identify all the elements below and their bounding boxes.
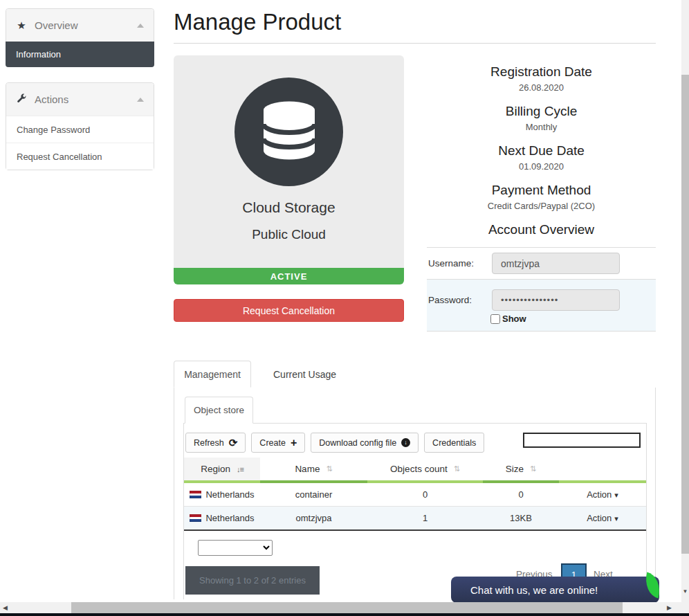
name-cell: omtzjvpa (260, 507, 367, 529)
product-card: Cloud Storage Public Cloud (174, 55, 404, 268)
username-input[interactable] (492, 253, 620, 274)
netherlands-flag-icon (190, 491, 201, 498)
collapse-caret-icon (137, 98, 144, 102)
sort-active-icon: ↓≡ (237, 465, 244, 473)
account-overview-title: Account Overview (427, 222, 656, 237)
column-label: Objects count (390, 464, 448, 474)
region-cell: Netherlands (184, 507, 260, 529)
product-details: Registration Date 26.08.2020 Billing Cyc… (427, 61, 656, 332)
tab-object-store[interactable]: Object store (185, 397, 253, 424)
netherlands-flag-icon (190, 514, 201, 522)
column-header-region[interactable]: Region ↓≡ (184, 458, 260, 483)
chat-leaf-icon (641, 572, 663, 598)
download-config-button[interactable]: Download config file ↓ (311, 433, 419, 453)
chat-message: Chat with us, we are online! (470, 584, 598, 596)
sidebar-item-information[interactable]: Information (6, 42, 154, 67)
table-row: Netherlands container 0 0 Action▾ (184, 483, 646, 507)
wrench-icon (16, 93, 27, 106)
username-row: Username: (427, 248, 656, 280)
tab-current-usage[interactable]: Current Usage (262, 361, 347, 388)
chat-widget[interactable]: Chat with us, we are online! (451, 577, 659, 603)
action-cell: Action▾ (559, 483, 646, 506)
action-label: Action (587, 513, 612, 523)
action-cell: Action▾ (559, 507, 646, 529)
sort-icon: ⇅ (454, 464, 460, 473)
page-title: Manage Product (174, 9, 341, 35)
sidebar-actions-title: Actions (35, 93, 68, 105)
title-divider (174, 43, 656, 44)
tab-management[interactable]: Management (174, 361, 251, 388)
column-label: Size (506, 464, 524, 474)
object-store-toolbar: Refresh ⟳ Create + Download config file … (185, 433, 484, 453)
column-header-objects-count[interactable]: Objects count ⇅ (367, 458, 483, 483)
action-label: Action (587, 489, 612, 500)
column-label: Name (295, 464, 320, 474)
sidebar-panel-overview: ★ Overview Information (6, 8, 154, 67)
size-cell: 0 (483, 483, 559, 506)
scroll-left-arrow-icon[interactable]: ◀ (3, 602, 8, 613)
sort-icon: ⇅ (530, 464, 536, 473)
username-label: Username: (427, 258, 492, 269)
database-icon (262, 101, 316, 163)
column-header-size[interactable]: Size ⇅ (483, 458, 559, 483)
tabs-bar: Management Current Usage (174, 361, 656, 388)
account-overview-table: Username: Password: Show (427, 247, 656, 332)
sidebar-panel-actions: Actions Change Password Request Cancella… (6, 82, 154, 170)
manage-product-page: ★ Overview Information Actions Change Pa… (0, 0, 689, 616)
horizontal-scrollbar-thumb[interactable] (71, 602, 623, 613)
entries-summary: Showing 1 to 2 of 2 entries (185, 566, 320, 595)
download-circle-icon: ↓ (401, 438, 410, 447)
action-dropdown[interactable]: Action▾ (587, 489, 618, 500)
refresh-button[interactable]: Refresh ⟳ (185, 433, 246, 453)
registration-date-label: Registration Date (427, 64, 656, 80)
page-length-select[interactable] (198, 540, 273, 556)
sidebar-item-label: Request Cancellation (17, 152, 102, 162)
vertical-scrollbar[interactable]: ▼ (681, 0, 689, 613)
next-due-date-label: Next Due Date (427, 143, 656, 158)
show-password-checkbox[interactable] (490, 314, 500, 324)
download-config-label: Download config file (319, 438, 396, 448)
product-name: Cloud Storage (174, 199, 404, 216)
create-button-label: Create (259, 438, 286, 448)
scroll-right-arrow-icon[interactable]: ▶ (667, 602, 672, 613)
name-cell: container (260, 483, 367, 506)
scroll-down-arrow-icon[interactable]: ▼ (681, 588, 689, 595)
objects-count-cell: 0 (367, 483, 483, 506)
payment-method-label: Payment Method (427, 183, 656, 198)
plus-icon: + (291, 437, 297, 449)
billing-cycle-label: Billing Cycle (427, 104, 656, 119)
caret-down-icon: ▾ (614, 514, 618, 523)
create-button[interactable]: Create + (251, 433, 305, 453)
credentials-button[interactable]: Credentials (424, 433, 484, 453)
region-label: Netherlands (205, 489, 254, 500)
column-label: Region (201, 464, 230, 474)
table-header-row: Region ↓≡ Name ⇅ Objects count ⇅ Size ⇅ (184, 458, 646, 483)
sidebar-actions-header[interactable]: Actions (6, 83, 154, 116)
status-badge: ACTIVE (174, 268, 404, 284)
horizontal-scrollbar[interactable]: ◀ ▶ (0, 602, 681, 613)
sidebar-item-request-cancellation[interactable]: Request Cancellation (6, 143, 154, 170)
sidebar-overview-title: Overview (35, 19, 78, 31)
sidebar-overview-header[interactable]: ★ Overview (6, 9, 154, 42)
caret-down-icon: ▾ (614, 491, 618, 499)
size-cell: 13KB (483, 507, 559, 529)
sidebar-item-label: Information (16, 49, 61, 60)
request-cancellation-button[interactable]: Request Cancellation (174, 299, 404, 322)
password-input[interactable] (492, 289, 620, 311)
star-icon: ★ (16, 19, 27, 32)
objects-count-cell: 1 (367, 507, 483, 529)
sidebar-item-change-password[interactable]: Change Password (6, 116, 154, 143)
column-header-action (559, 458, 646, 483)
region-cell: Netherlands (184, 483, 260, 506)
vertical-scrollbar-thumb[interactable] (681, 75, 689, 554)
show-password-label: Show (502, 314, 526, 324)
column-header-name[interactable]: Name ⇅ (260, 458, 367, 483)
action-dropdown[interactable]: Action▾ (587, 513, 618, 523)
refresh-button-label: Refresh (194, 438, 224, 448)
refresh-icon: ⟳ (229, 437, 238, 448)
containers-table: Region ↓≡ Name ⇅ Objects count ⇅ Size ⇅ (184, 458, 646, 531)
product-icon-circle (235, 78, 343, 186)
region-label: Netherlands (205, 513, 254, 523)
table-search-input[interactable] (523, 433, 641, 448)
sidebar-item-label: Change Password (17, 125, 90, 135)
